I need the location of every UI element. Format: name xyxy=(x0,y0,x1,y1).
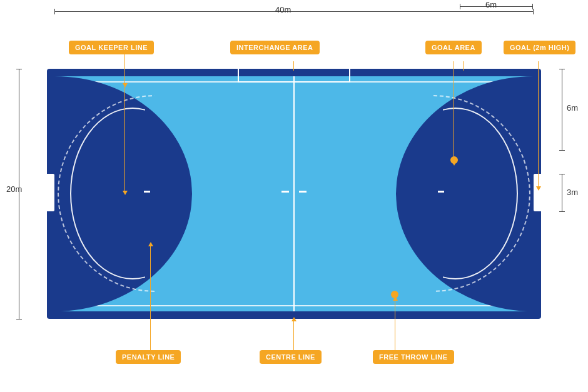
penalty-mark-left xyxy=(144,191,150,193)
dim-tick-6m-rt-top xyxy=(559,69,565,69)
label-interchange-area: INTERCHANGE AREA xyxy=(230,41,320,54)
connector-interchange-v xyxy=(293,61,294,71)
connector-goalarea-v xyxy=(463,61,464,71)
connector-goalkeeper-top xyxy=(124,54,125,63)
dim-tick-20m-top xyxy=(16,69,22,69)
dim-tick-6m-right xyxy=(532,4,533,9)
dim-6m-right: 6m xyxy=(567,103,578,113)
dim-line-6m-right-top xyxy=(562,69,562,150)
dim-line-40m xyxy=(54,11,534,12)
dim-tick-6m-left xyxy=(460,4,460,9)
interchange-area-marking xyxy=(238,69,350,83)
centre-line-marking xyxy=(293,76,295,311)
dim-tick-6m-rt-mid xyxy=(559,150,565,151)
dim-6m-top: 6m xyxy=(485,0,497,9)
connector-goalkeeper-v xyxy=(124,61,125,83)
arrow-goalkeeper xyxy=(123,83,128,88)
goal-left xyxy=(43,174,54,211)
connector-centre-v xyxy=(293,319,294,351)
label-goal-area: GOAL AREA xyxy=(425,41,482,54)
dim-tick-right xyxy=(533,9,534,14)
connector-freethrow-v xyxy=(395,298,395,350)
dim-line-20m xyxy=(19,69,19,319)
connector-goal-v xyxy=(538,61,539,186)
connector-penalty-v xyxy=(150,244,151,351)
dim-3m-right: 3m xyxy=(567,188,578,197)
arrow-centre xyxy=(291,317,297,321)
label-centre-line: CENTRE LINE xyxy=(260,350,322,364)
label-free-throw-line: FREE THROW LINE xyxy=(373,350,454,364)
dim-line-3m-right xyxy=(562,174,562,211)
label-penalty-line: PENALTY LINE xyxy=(116,350,181,364)
court-diagram: 40m 6m 20m 6m 3m xyxy=(0,0,588,392)
connector-goalkeeper-long xyxy=(124,83,125,193)
dim-20m: 20m xyxy=(6,184,22,194)
centre-tick-right xyxy=(299,191,307,193)
penalty-mark-right xyxy=(438,191,444,193)
connector-goalarea-line xyxy=(454,61,454,163)
arrow-freethrow xyxy=(393,296,398,301)
dim-40m: 40m xyxy=(275,5,291,14)
arrow-goal xyxy=(536,186,541,191)
label-goal: GOAL (2m HIGH) xyxy=(504,41,575,54)
arrow-goalarea xyxy=(452,161,457,166)
goal-right xyxy=(534,174,545,211)
dim-tick-left xyxy=(54,9,55,14)
dim-tick-3m-top xyxy=(559,174,565,174)
centre-tick-left xyxy=(281,191,289,193)
label-goalkeeper-line: GOAL KEEPER LINE xyxy=(69,41,154,54)
arrow-penalty xyxy=(148,242,153,246)
dim-tick-3m-bottom xyxy=(559,211,565,212)
arrow-goalkeeper-bottom xyxy=(123,191,128,195)
connector-interchange-h xyxy=(287,54,294,54)
dim-tick-20m-bottom xyxy=(16,319,22,319)
